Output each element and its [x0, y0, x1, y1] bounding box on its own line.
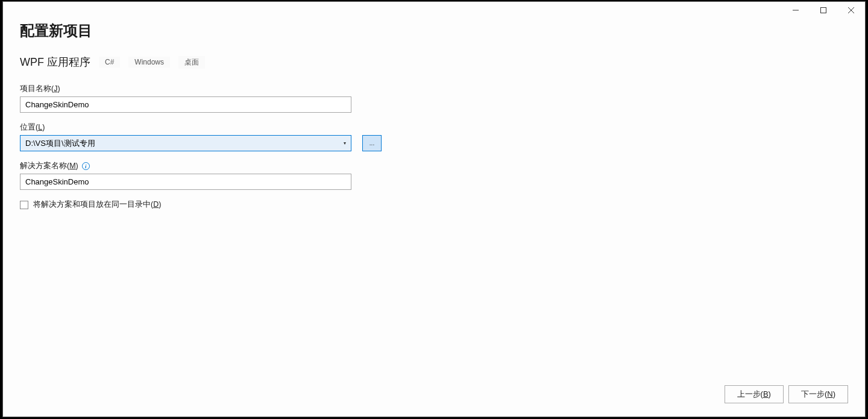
template-tag: C#: [99, 57, 120, 68]
info-icon[interactable]: i: [82, 162, 90, 170]
titlebar: [3, 2, 865, 19]
project-name-input[interactable]: [20, 96, 351, 113]
template-name: WPF 应用程序: [20, 55, 90, 69]
chevron-down-icon: ▾: [344, 140, 346, 146]
template-tag: 桌面: [178, 56, 205, 69]
footer-buttons: 上一步(B) 下一步(N): [725, 385, 848, 403]
same-directory-checkbox[interactable]: [20, 201, 28, 209]
template-row: WPF 应用程序 C# Windows 桌面: [20, 55, 848, 69]
next-button[interactable]: 下一步(N): [788, 385, 848, 403]
maximize-icon: [820, 7, 826, 13]
minimize-icon: [793, 7, 799, 13]
maximize-button[interactable]: [810, 2, 837, 19]
location-dropdown[interactable]: D:\VS项目\测试专用 ▾: [20, 135, 351, 151]
solution-name-group: 解决方案名称(M) i: [20, 161, 848, 190]
project-name-group: 项目名称(J): [20, 84, 848, 113]
close-button[interactable]: [837, 2, 865, 19]
location-value: D:\VS项目\测试专用: [25, 138, 95, 149]
window-controls: [782, 2, 865, 19]
solution-name-input[interactable]: [20, 174, 351, 190]
location-row: D:\VS项目\测试专用 ▾ ...: [20, 135, 848, 151]
location-group: 位置(L) D:\VS项目\测试专用 ▾ ...: [20, 122, 848, 151]
browse-button[interactable]: ...: [362, 135, 382, 151]
dialog-window: 配置新项目 WPF 应用程序 C# Windows 桌面 项目名称(J) 位置(…: [2, 1, 866, 417]
solution-name-label: 解决方案名称(M) i: [20, 161, 848, 171]
page-title: 配置新项目: [20, 21, 848, 40]
template-tag: Windows: [128, 57, 170, 68]
minimize-button[interactable]: [782, 2, 810, 19]
same-directory-row: 将解决方案和项目放在同一目录中(D): [20, 200, 848, 210]
same-directory-label: 将解决方案和项目放在同一目录中(D): [33, 200, 161, 210]
project-name-label: 项目名称(J): [20, 84, 848, 94]
close-icon: [848, 7, 854, 13]
svg-rect-1: [821, 8, 826, 13]
location-label: 位置(L): [20, 122, 848, 133]
back-button[interactable]: 上一步(B): [725, 385, 784, 403]
content-area: 配置新项目 WPF 应用程序 C# Windows 桌面 项目名称(J) 位置(…: [3, 19, 865, 417]
